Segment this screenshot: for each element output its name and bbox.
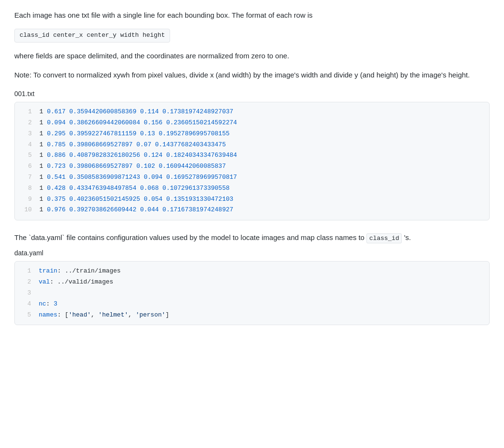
table-row: 81 0.428 0.4334763948497854 0.068 0.1072… [15, 183, 489, 194]
line-code: 1 0.886 0.40879828326180256 0.124 0.1824… [40, 150, 489, 161]
line-number: 2 [15, 277, 39, 288]
annotation-code-block: 11 0.617 0.3594420600858369 0.114 0.1738… [14, 102, 490, 220]
data-yaml-intro-before: The `data.yaml` file contains configurat… [14, 233, 365, 241]
line-code: 1 0.723 0.398068669527897 0.102 0.160944… [40, 161, 489, 172]
line-code: nc: 3 [39, 299, 489, 310]
intro-line1: Each image has one txt file with a singl… [14, 10, 490, 21]
yaml-code-block: 1train: ../train/images2val: ../valid/im… [14, 261, 490, 325]
yaml-file-label: data.yaml [14, 248, 490, 258]
line-number: 1 [15, 102, 40, 118]
table-row: 3 [15, 288, 489, 299]
line-number: 5 [15, 150, 40, 161]
table-row: 5names: ['head', 'helmet', 'person'] [15, 310, 489, 325]
line-code: train: ../train/images [39, 262, 489, 277]
table-row: 51 0.886 0.40879828326180256 0.124 0.182… [15, 150, 489, 161]
line-code: 1 0.094 0.38626609442060084 0.156 0.2360… [40, 118, 489, 129]
line-number: 4 [15, 299, 39, 310]
line-number: 10 [15, 205, 40, 220]
line-number: 6 [15, 161, 40, 172]
table-row: 21 0.094 0.38626609442060084 0.156 0.236… [15, 118, 489, 129]
line-number: 3 [15, 288, 39, 299]
table-row: 101 0.976 0.3927038626609442 0.044 0.171… [15, 205, 489, 220]
line-code: 1 0.375 0.40236051502145925 0.054 0.1351… [40, 194, 489, 205]
line-code: 1 0.541 0.35085836909871243 0.094 0.1695… [40, 172, 489, 183]
table-row: 4nc: 3 [15, 299, 489, 310]
table-row: 61 0.723 0.398068669527897 0.102 0.16094… [15, 161, 489, 172]
line-code [39, 288, 489, 299]
intro-note: Note: To convert to normalized xywh from… [14, 69, 490, 81]
line-number: 4 [15, 140, 40, 151]
line-number: 8 [15, 183, 40, 194]
line-code: val: ../valid/images [39, 277, 489, 288]
annotation-file-label: 001.txt [14, 88, 490, 99]
line-number: 9 [15, 194, 40, 205]
annotation-table: 11 0.617 0.3594420600858369 0.114 0.1738… [15, 102, 489, 220]
intro-line2: where fields are space delimited, and th… [14, 50, 490, 62]
table-row: 1train: ../train/images [15, 262, 489, 277]
line-code: 1 0.295 0.3959227467811159 0.13 0.195278… [40, 129, 489, 140]
data-yaml-intro-after: 's. [404, 233, 411, 241]
table-row: 71 0.541 0.35085836909871243 0.094 0.169… [15, 172, 489, 183]
table-row: 91 0.375 0.40236051502145925 0.054 0.135… [15, 194, 489, 205]
line-code: 1 0.617 0.3594420600858369 0.114 0.17381… [40, 102, 489, 118]
line-code: 1 0.428 0.4334763948497854 0.068 0.10729… [40, 183, 489, 194]
line-number: 5 [15, 310, 39, 325]
table-row: 31 0.295 0.3959227467811159 0.13 0.19527… [15, 129, 489, 140]
line-code: 1 0.785 0.398068669527897 0.07 0.1437768… [40, 140, 489, 151]
line-number: 1 [15, 262, 39, 277]
yaml-table: 1train: ../train/images2val: ../valid/im… [15, 262, 489, 325]
line-number: 2 [15, 118, 40, 129]
line-number: 3 [15, 129, 40, 140]
table-row: 41 0.785 0.398068669527897 0.07 0.143776… [15, 140, 489, 151]
format-code: class_id center_x center_y width height [14, 29, 170, 43]
line-code: 1 0.976 0.3927038626609442 0.044 0.17167… [40, 205, 489, 220]
table-row: 11 0.617 0.3594420600858369 0.114 0.1738… [15, 102, 489, 118]
table-row: 2val: ../valid/images [15, 277, 489, 288]
line-number: 7 [15, 172, 40, 183]
class-id-inline-code: class_id [366, 233, 402, 243]
data-yaml-intro-text: The `data.yaml` file contains configurat… [14, 232, 490, 244]
line-code: names: ['head', 'helmet', 'person'] [39, 310, 489, 325]
